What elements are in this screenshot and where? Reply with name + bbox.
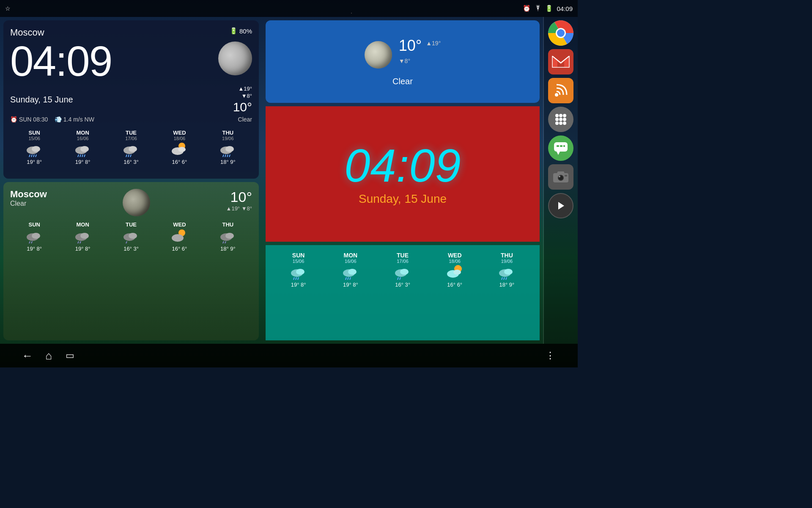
city-name: Moscow: [10, 27, 44, 38]
beach-sun: SUN 19° 8°: [10, 221, 58, 252]
wed-cloud-sun-icon: [169, 141, 189, 157]
nav-back-button[interactable]: ←: [17, 347, 38, 364]
app-gmail[interactable]: [548, 49, 573, 75]
status-bar: ☆ ⏰ 🔋 04:09: [0, 0, 578, 17]
widget-red-clock: 04:09 Sunday, 15 June: [266, 106, 540, 242]
wifi-icon: [534, 5, 542, 12]
beach-mon-icon: [73, 228, 93, 244]
svg-point-72: [559, 114, 562, 117]
svg-line-45: [294, 277, 294, 280]
svg-point-59: [453, 270, 461, 275]
svg-line-47: [298, 277, 299, 280]
forecast-day-tue: TUE 17/06 16° 3°: [107, 130, 155, 165]
svg-line-10: [82, 155, 83, 157]
right-sidebar: [544, 17, 578, 344]
svg-rect-83: [560, 145, 562, 147]
svg-line-29: [31, 241, 32, 243]
teal-thu-icon: [497, 264, 517, 280]
play-icon: [556, 201, 566, 211]
camera-icon: [553, 171, 569, 183]
nav-home-button[interactable]: ⌂: [38, 347, 59, 364]
app-camera[interactable]: [548, 164, 573, 190]
tue-cloud-rain-icon: [121, 141, 141, 157]
forecast-day-thu: THU 19/06 18° 9°: [204, 130, 252, 165]
widget-header: Moscow 🔋 80%: [10, 27, 252, 38]
svg-line-8: [78, 155, 79, 157]
blue-moon-icon: [365, 41, 392, 69]
svg-line-51: [348, 277, 348, 280]
svg-line-63: [504, 277, 505, 280]
svg-point-71: [555, 114, 559, 117]
svg-line-11: [84, 155, 85, 157]
svg-line-36: [126, 241, 127, 243]
moon-beach-icon: [123, 189, 150, 216]
svg-line-64: [506, 277, 507, 280]
battery-small-icon: 🔋: [230, 27, 238, 35]
widget-bottom-left: Moscow Clear 10° ▲19° ▼8° SUN: [3, 182, 259, 340]
sun-cloud-rain-icon: [24, 141, 44, 157]
time-display: 04:09: [557, 5, 573, 12]
blue-condition: Clear: [392, 77, 413, 86]
beach-wed: WED 16° 6°: [155, 221, 203, 252]
widget-info-row: ⏰ SUN 08:30 💨 1.4 m/s NW Clear: [10, 116, 252, 123]
svg-line-32: [78, 241, 79, 243]
blue-content: 10° ▲19° ▼8°: [365, 37, 441, 72]
svg-line-41: [223, 241, 224, 243]
svg-line-46: [296, 277, 296, 280]
svg-point-21: [225, 146, 234, 152]
teal-sun-icon: [288, 264, 309, 280]
svg-point-78: [559, 121, 562, 125]
svg-point-19: [178, 147, 186, 152]
svg-line-2: [29, 155, 30, 157]
svg-line-33: [80, 241, 81, 243]
battery-display: 🔋 80%: [230, 27, 252, 35]
svg-point-49: [348, 269, 357, 275]
teal-mon: MON 16/06 19° 8°: [324, 252, 376, 288]
app-play[interactable]: [548, 193, 573, 218]
teal-thu: THU 19/06 18° 9°: [481, 252, 533, 288]
svg-point-74: [555, 118, 559, 121]
teal-tue-icon: [392, 264, 413, 280]
svg-point-7: [80, 146, 89, 152]
svg-point-75: [559, 118, 562, 121]
svg-line-52: [350, 277, 351, 280]
messages-icon: [553, 141, 568, 155]
svg-line-16: [130, 155, 131, 157]
app-messages[interactable]: [548, 135, 573, 161]
svg-line-28: [29, 241, 30, 243]
svg-point-54: [400, 269, 409, 275]
left-area: Moscow 🔋 80% 04:09 Sunday, 15 June ▲19° …: [0, 17, 262, 344]
svg-point-44: [296, 269, 304, 275]
nav-recent-button[interactable]: ▭: [59, 347, 80, 364]
svg-line-5: [36, 155, 36, 157]
mon-cloud-rain-icon: [73, 141, 93, 157]
teal-wed: WED 18/06 16° 6°: [429, 252, 481, 288]
app-rss[interactable]: [548, 78, 573, 103]
svg-point-13: [129, 146, 137, 152]
nav-more-button[interactable]: ⋮: [540, 347, 561, 364]
forecast-day-sun: SUN 15/06 19° 8°: [10, 130, 58, 165]
nav-bar: ← ⌂ ▭ ⋮: [0, 344, 578, 367]
beach-tue-icon: [121, 228, 141, 244]
svg-point-35: [129, 233, 137, 239]
apps-grid-icon: [553, 112, 568, 127]
widget-blue: 10° ▲19° ▼8° Clear: [266, 20, 540, 103]
teal-wed-icon: [444, 264, 465, 280]
moon-widget-icon: [218, 41, 252, 75]
svg-point-31: [80, 233, 89, 239]
teal-mon-icon: [340, 264, 361, 280]
svg-point-73: [563, 114, 566, 117]
beach-thu-icon: [218, 228, 238, 244]
wind-icon: 💨: [55, 116, 62, 123]
widget-top-left: Moscow 🔋 80% 04:09 Sunday, 15 June ▲19° …: [3, 20, 259, 179]
main-content: Moscow 🔋 80% 04:09 Sunday, 15 June ▲19° …: [0, 17, 578, 344]
svg-line-23: [225, 155, 226, 157]
red-clock-time: 04:09: [344, 142, 461, 189]
teal-forecast-row: SUN 15/06 19° 8° MON 16/06: [272, 252, 533, 288]
svg-point-70: [555, 93, 558, 97]
center-area: 10° ▲19° ▼8° Clear 04:09 Sunday, 15 June…: [262, 17, 543, 344]
app-launcher[interactable]: [548, 107, 573, 132]
svg-rect-84: [563, 145, 565, 147]
app-chrome[interactable]: [548, 20, 573, 46]
status-right: ⏰ 🔋 04:09: [523, 5, 573, 12]
